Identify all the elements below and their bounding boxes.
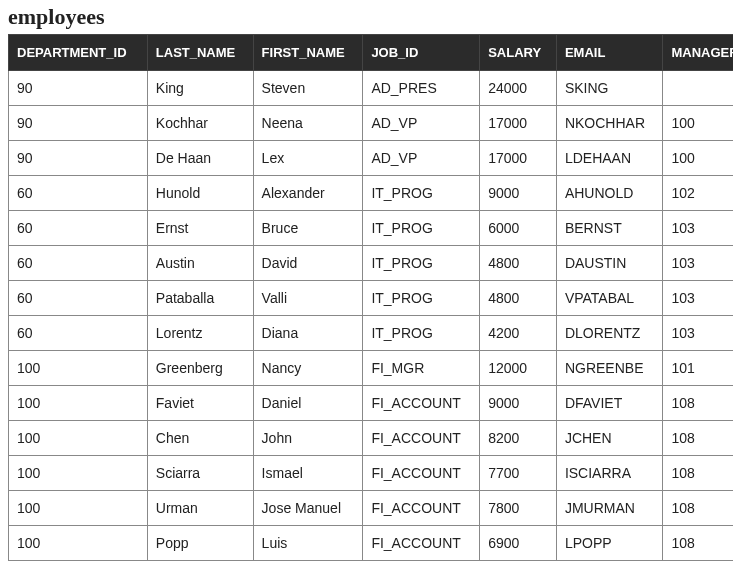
table-cell: 7800 [480,491,557,526]
table-cell: 108 [663,526,733,561]
table-cell: 100 [9,351,148,386]
table-cell: Faviet [147,386,253,421]
table-cell: 24000 [480,71,557,106]
table-cell: NGREENBE [556,351,663,386]
table-cell: 100 [663,106,733,141]
table-cell: Jose Manuel [253,491,363,526]
table-cell: JMURMAN [556,491,663,526]
table-cell: 108 [663,386,733,421]
table-cell: 102 [663,176,733,211]
table-row[interactable]: 60AustinDavidIT_PROG4800DAUSTIN103 [9,246,734,281]
table-cell: 17000 [480,141,557,176]
column-header[interactable]: MANAGER_ID [663,35,733,71]
table-cell: Bruce [253,211,363,246]
page-title: employees [8,4,725,30]
table-row[interactable]: 100SciarraIsmaelFI_ACCOUNT7700ISCIARRA10… [9,456,734,491]
table-cell: Urman [147,491,253,526]
table-cell: IT_PROG [363,281,480,316]
table-cell: 100 [663,141,733,176]
table-cell: 60 [9,176,148,211]
table-cell: 6000 [480,211,557,246]
table-row[interactable]: 60ErnstBruceIT_PROG6000BERNST103 [9,211,734,246]
table-cell: 4800 [480,246,557,281]
table-cell: DLORENTZ [556,316,663,351]
table-cell: Chen [147,421,253,456]
table-cell: De Haan [147,141,253,176]
table-row[interactable]: 60HunoldAlexanderIT_PROG9000AHUNOLD102 [9,176,734,211]
table-cell: 60 [9,281,148,316]
table-cell: 17000 [480,106,557,141]
column-header[interactable]: LAST_NAME [147,35,253,71]
table-cell: IT_PROG [363,316,480,351]
table-cell: FI_MGR [363,351,480,386]
table-cell: 101 [663,351,733,386]
table-cell: 90 [9,141,148,176]
table-cell: 60 [9,211,148,246]
table-cell: Neena [253,106,363,141]
table-header: DEPARTMENT_IDLAST_NAMEFIRST_NAMEJOB_IDSA… [9,35,734,71]
table-cell: Nancy [253,351,363,386]
table-cell: 103 [663,211,733,246]
table-row[interactable]: 100UrmanJose ManuelFI_ACCOUNT7800JMURMAN… [9,491,734,526]
table-cell: Alexander [253,176,363,211]
table-cell: 9000 [480,176,557,211]
column-header[interactable]: DEPARTMENT_ID [9,35,148,71]
table-cell: David [253,246,363,281]
table-cell: 90 [9,71,148,106]
table-cell: 90 [9,106,148,141]
table-cell: Pataballa [147,281,253,316]
table-cell: 100 [9,456,148,491]
table-cell: 4200 [480,316,557,351]
table-cell: ISCIARRA [556,456,663,491]
table-cell: 60 [9,316,148,351]
table-cell: 103 [663,316,733,351]
column-header[interactable]: EMAIL [556,35,663,71]
table-cell: FI_ACCOUNT [363,386,480,421]
table-cell: Daniel [253,386,363,421]
table-cell: LDEHAAN [556,141,663,176]
table-row[interactable]: 100FavietDanielFI_ACCOUNT9000DFAVIET108 [9,386,734,421]
table-cell: Ismael [253,456,363,491]
column-header[interactable]: JOB_ID [363,35,480,71]
table-row[interactable]: 90KochharNeenaAD_VP17000NKOCHHAR100 [9,106,734,141]
table-row[interactable]: 100PoppLuisFI_ACCOUNT6900LPOPP108 [9,526,734,561]
column-header[interactable]: SALARY [480,35,557,71]
table-cell: 108 [663,421,733,456]
table-cell: Greenberg [147,351,253,386]
table-cell: 103 [663,246,733,281]
column-header[interactable]: FIRST_NAME [253,35,363,71]
table-cell: Diana [253,316,363,351]
table-row[interactable]: 90KingStevenAD_PRES24000SKING [9,71,734,106]
table-cell: Sciarra [147,456,253,491]
table-cell: Hunold [147,176,253,211]
table-row[interactable]: 60PataballaValliIT_PROG4800VPATABAL103 [9,281,734,316]
table-row[interactable]: 60LorentzDianaIT_PROG4200DLORENTZ103 [9,316,734,351]
table-cell: Lorentz [147,316,253,351]
table-row[interactable]: 90De HaanLexAD_VP17000LDEHAAN100 [9,141,734,176]
table-cell: 9000 [480,386,557,421]
table-cell: DFAVIET [556,386,663,421]
table-cell: 60 [9,246,148,281]
table-cell [663,71,733,106]
table-row[interactable]: 100ChenJohnFI_ACCOUNT8200JCHEN108 [9,421,734,456]
table-cell: IT_PROG [363,211,480,246]
table-cell: 103 [663,281,733,316]
table-cell: 6900 [480,526,557,561]
table-cell: Austin [147,246,253,281]
table-cell: FI_ACCOUNT [363,456,480,491]
table-row[interactable]: 100GreenbergNancyFI_MGR12000NGREENBE101 [9,351,734,386]
table-cell: SKING [556,71,663,106]
table-cell: FI_ACCOUNT [363,421,480,456]
table-cell: 100 [9,421,148,456]
table-cell: King [147,71,253,106]
table-cell: 100 [9,491,148,526]
table-body: 90KingStevenAD_PRES24000SKING90KochharNe… [9,71,734,561]
table-cell: JCHEN [556,421,663,456]
table-cell: Lex [253,141,363,176]
table-cell: Ernst [147,211,253,246]
table-cell: AD_VP [363,141,480,176]
table-cell: Popp [147,526,253,561]
employees-table: DEPARTMENT_IDLAST_NAMEFIRST_NAMEJOB_IDSA… [8,34,733,561]
table-cell: AD_PRES [363,71,480,106]
table-cell: AD_VP [363,106,480,141]
